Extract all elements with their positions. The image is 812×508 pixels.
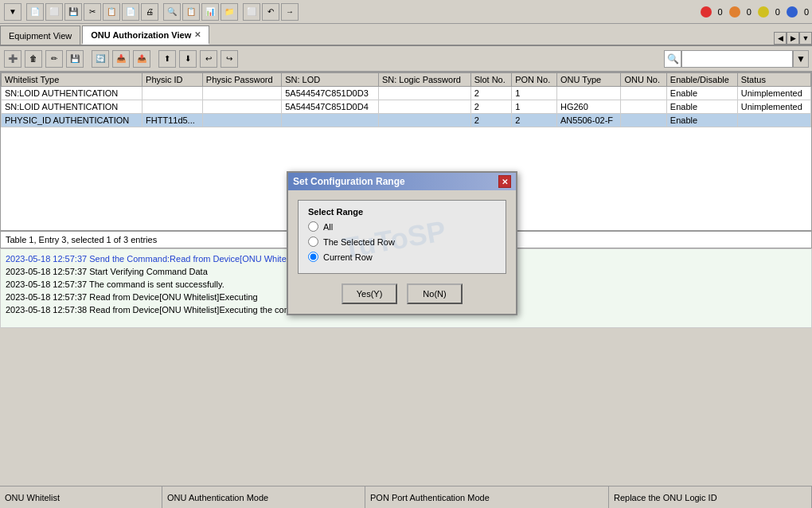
col-sn-lod: SN: LOD bbox=[282, 73, 379, 87]
status-text: Table 1, Entry 3, selected 1 of 3 entrie… bbox=[6, 235, 157, 244]
toolbar-btn-save[interactable]: 💾 bbox=[64, 3, 82, 21]
table-cell: 2 bbox=[512, 114, 557, 127]
col-whitelist-type: Whitelist Type bbox=[2, 73, 142, 87]
radio-selected-label: The Selected Row bbox=[323, 237, 395, 247]
table-cell: 5A544547C851D0D4 bbox=[282, 100, 379, 114]
search-box: 🔍 ▼ bbox=[664, 50, 809, 68]
status-dot-yellow bbox=[758, 6, 769, 18]
tab-nav-left[interactable]: ◀ bbox=[774, 32, 787, 45]
toolbar2-btn-import[interactable]: 📥 bbox=[112, 50, 130, 68]
status-count-orange: 0 bbox=[747, 7, 751, 17]
table-cell: AN5506-02-F bbox=[556, 114, 620, 127]
toolbar-btn-7[interactable]: ⬜ bbox=[243, 3, 260, 21]
bottom-cell-3: Replace the ONU Logic ID bbox=[609, 487, 812, 508]
table-cell: 2 bbox=[470, 87, 512, 100]
table-row[interactable]: SN:LOID AUTHENTICATION5A544547C851D0D321… bbox=[2, 87, 811, 100]
col-slot-no: Slot No. bbox=[470, 73, 512, 87]
toolbar-btn-8[interactable]: ↶ bbox=[262, 3, 279, 21]
radio-all[interactable]: All bbox=[308, 221, 496, 232]
table-cell bbox=[621, 100, 666, 114]
table-cell: 1 bbox=[512, 100, 557, 114]
radio-current-row[interactable]: Current Row bbox=[308, 252, 496, 262]
toolbar2-btn-refresh[interactable]: 🔄 bbox=[92, 50, 109, 68]
toolbar-btn-search[interactable]: 🔍 bbox=[163, 3, 181, 21]
radio-selected-row[interactable]: The Selected Row bbox=[308, 236, 496, 247]
toolbar2-btn-delete[interactable]: 🗑 bbox=[25, 50, 42, 68]
radio-current-label: Current Row bbox=[323, 252, 373, 262]
toolbar2-btn-add[interactable]: ➕ bbox=[4, 50, 21, 68]
toolbar-btn-cut[interactable]: ✂ bbox=[84, 3, 101, 21]
tab-close-btn[interactable]: ✕ bbox=[194, 30, 201, 39]
dialog-yes-btn[interactable]: Yes(Y) bbox=[342, 283, 397, 304]
dialog-titlebar: Set Configuration Range ✕ bbox=[288, 173, 516, 190]
toolbar-btn-2[interactable]: ⬜ bbox=[45, 3, 63, 21]
toolbar-btn-9[interactable]: → bbox=[281, 3, 299, 21]
dialog-body: Select Range All The Selected Row Curren… bbox=[288, 190, 516, 314]
toolbar2-btn-save[interactable]: 💾 bbox=[66, 50, 84, 68]
tabs-bar: Equipment View ONU Authorization View ✕ … bbox=[0, 24, 812, 46]
table-cell bbox=[202, 114, 281, 127]
dialog-no-btn[interactable]: No(N) bbox=[407, 283, 463, 304]
tab-equipment-view-label: Equipment View bbox=[9, 31, 72, 41]
table-cell: 2 bbox=[470, 100, 512, 114]
table-cell: Enable bbox=[666, 87, 737, 100]
tab-nav-right[interactable]: ▶ bbox=[787, 32, 799, 45]
toolbar2-btn-edit[interactable]: ✏ bbox=[45, 50, 63, 68]
table-cell bbox=[556, 87, 620, 100]
table-cell: FHTT11d5... bbox=[142, 114, 203, 127]
toolbar-btn-4[interactable]: 📋 bbox=[182, 3, 200, 21]
radio-current-input[interactable] bbox=[308, 252, 318, 262]
table-cell: SN:LOID AUTHENTICATION bbox=[2, 87, 142, 100]
tab-nav-buttons: ◀ ▶ ▼ bbox=[774, 32, 812, 45]
col-enable-disable: Enable/Disable bbox=[666, 73, 737, 87]
table-cell bbox=[142, 87, 203, 100]
toolbar-btn-3[interactable]: 📄 bbox=[122, 3, 139, 21]
table-cell bbox=[378, 87, 470, 100]
status-count-red: 0 bbox=[718, 7, 723, 17]
radio-all-input[interactable] bbox=[308, 221, 318, 232]
col-onu-type: ONU Type bbox=[556, 73, 620, 87]
table-cell bbox=[621, 114, 666, 127]
table-row[interactable]: PHYSIC_ID AUTHENTICATIONFHTT11d5...22AN5… bbox=[2, 114, 811, 127]
toolbar-btn-1[interactable]: 📄 bbox=[26, 3, 44, 21]
table-cell: SN:LOID AUTHENTICATION bbox=[2, 100, 142, 114]
tab-onu-auth-view[interactable]: ONU Authorization View ✕ bbox=[82, 25, 209, 45]
status-count-yellow: 0 bbox=[775, 7, 780, 17]
col-onu-no: ONU No. bbox=[621, 73, 666, 87]
toolbar-btn-print[interactable]: 🖨 bbox=[141, 3, 158, 21]
toolbar2-btn-down[interactable]: ⬇ bbox=[179, 50, 197, 68]
search-input[interactable] bbox=[681, 50, 793, 68]
table-cell: HG260 bbox=[556, 100, 620, 114]
dialog-close-btn[interactable]: ✕ bbox=[498, 175, 511, 188]
table-cell bbox=[202, 87, 281, 100]
toolbar-dropdown-btn[interactable]: ▼ bbox=[4, 3, 21, 21]
toolbar2-btn-undo[interactable]: ↩ bbox=[200, 50, 217, 68]
col-status: Status bbox=[737, 73, 810, 87]
table-cell: Enable bbox=[666, 114, 737, 127]
toolbar2-btn-up[interactable]: ⬆ bbox=[158, 50, 176, 68]
bottom-bar: ONU WhitelistONU Authentication ModePON … bbox=[0, 486, 812, 508]
radio-selected-input[interactable] bbox=[308, 236, 318, 247]
table-row[interactable]: SN:LOID AUTHENTICATION5A544547C851D0D421… bbox=[2, 100, 811, 114]
col-physic-password: Physic Password bbox=[202, 73, 281, 87]
toolbar-btn-6[interactable]: 📁 bbox=[221, 3, 238, 21]
table-cell: 5A544547C851D0D3 bbox=[282, 87, 379, 100]
tab-nav-dropdown[interactable]: ▼ bbox=[799, 32, 812, 45]
table-header-row: Whitelist Type Physic ID Physic Password… bbox=[2, 73, 811, 87]
toolbar2-btn-redo[interactable]: ↪ bbox=[221, 50, 238, 68]
table-cell bbox=[737, 114, 810, 127]
dialog-title: Set Configuration Range bbox=[293, 176, 405, 187]
toolbar2-btn-export[interactable]: 📤 bbox=[133, 50, 150, 68]
toolbar-btn-copy[interactable]: 📋 bbox=[103, 3, 120, 21]
search-dropdown-btn[interactable]: ▼ bbox=[793, 50, 809, 68]
table-cell bbox=[378, 100, 470, 114]
status-dot-orange bbox=[729, 6, 740, 18]
status-count-blue: 0 bbox=[804, 7, 809, 17]
tab-equipment-view[interactable]: Equipment View bbox=[0, 25, 80, 45]
bottom-cell-0: ONU Whitelist bbox=[0, 487, 162, 508]
status-dot-blue bbox=[787, 6, 798, 18]
toolbar-btn-5[interactable]: 📊 bbox=[201, 3, 219, 21]
table-cell bbox=[378, 114, 470, 127]
status-indicators: 0 0 0 0 bbox=[701, 6, 810, 18]
bottom-cell-1: ONU Authentication Mode bbox=[162, 487, 365, 508]
